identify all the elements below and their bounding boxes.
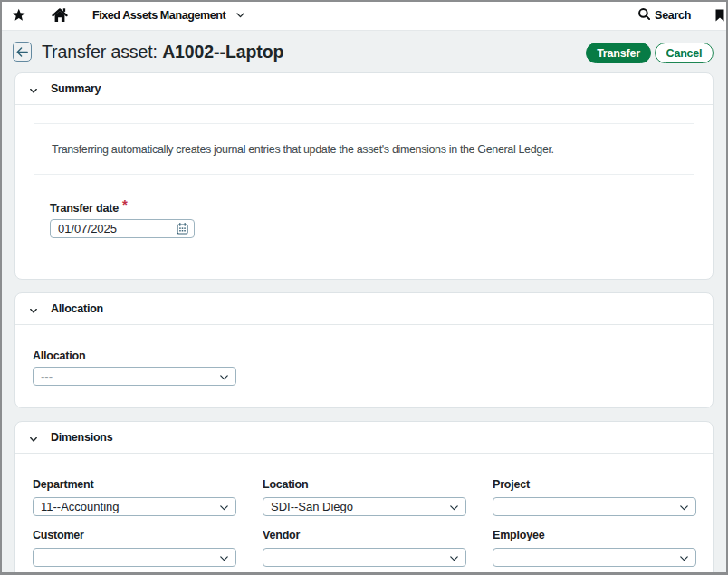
chevron-down-icon xyxy=(680,505,688,511)
app-name: Fixed Assets Management xyxy=(92,9,225,22)
chevron-down-icon xyxy=(30,429,37,446)
dimensions-grid: Department 11--Accounting Location SDI--… xyxy=(33,478,695,575)
vendor-select[interactable] xyxy=(263,548,466,567)
employee-select[interactable] xyxy=(493,548,696,567)
header-actions: Transfer Cancel xyxy=(586,43,714,63)
chevron-down-icon xyxy=(30,301,37,317)
top-navigation-bar: Fixed Assets Management Search xyxy=(2,2,726,31)
transfer-date-field: Transfer date* xyxy=(50,199,713,279)
search-button[interactable]: Search xyxy=(638,7,691,24)
back-button[interactable] xyxy=(13,42,32,62)
location-select-value: SDI--San Diego xyxy=(271,500,353,513)
window-frame: Fixed Assets Management Search Transfer … xyxy=(0,0,728,575)
chevron-down-icon xyxy=(680,556,688,561)
project-field: Project xyxy=(493,478,696,516)
dimensions-section-toggle[interactable]: Dimensions xyxy=(15,422,713,454)
transfer-date-input[interactable] xyxy=(50,219,195,238)
bookmark-icon[interactable] xyxy=(715,9,724,22)
asset-name: A1002--Laptop xyxy=(162,42,283,62)
page-title-prefix: Transfer asset: xyxy=(42,42,162,62)
transfer-button[interactable]: Transfer xyxy=(586,43,651,63)
transfer-date-label-row: Transfer date* xyxy=(50,199,713,216)
chevron-down-icon xyxy=(450,556,458,561)
chevron-down-icon xyxy=(450,505,458,511)
project-label: Project xyxy=(493,478,696,491)
employee-label: Employee xyxy=(493,529,696,541)
vendor-label: Vendor xyxy=(263,529,466,541)
allocation-select-value: --- xyxy=(41,369,53,383)
dimensions-section-title: Dimensions xyxy=(51,431,112,444)
department-select[interactable]: 11--Accounting xyxy=(33,497,236,516)
allocation-label: Allocation xyxy=(33,350,713,362)
required-marker: * xyxy=(122,196,128,212)
customer-label: Customer xyxy=(33,529,236,541)
transfer-date-label: Transfer date xyxy=(50,202,119,215)
summary-section-title: Summary xyxy=(51,82,101,95)
search-icon xyxy=(638,7,650,24)
department-field: Department 11--Accounting xyxy=(33,478,236,516)
department-label: Department xyxy=(33,478,236,491)
allocation-card: Allocation Allocation --- xyxy=(14,292,714,408)
allocation-section-toggle[interactable]: Allocation xyxy=(15,293,713,325)
home-icon[interactable] xyxy=(52,7,68,23)
chevron-down-icon xyxy=(30,81,37,97)
vendor-field: Vendor xyxy=(263,529,466,567)
location-label: Location xyxy=(263,478,466,491)
chevron-down-icon xyxy=(220,375,228,380)
page-header: Transfer asset: A1002--Laptop Transfer C… xyxy=(2,31,726,72)
location-field: Location SDI--San Diego xyxy=(263,478,466,516)
department-select-value: 11--Accounting xyxy=(41,500,119,513)
allocation-section-title: Allocation xyxy=(51,302,103,315)
customer-select[interactable] xyxy=(33,548,236,567)
search-label: Search xyxy=(655,9,691,22)
page-title: Transfer asset: A1002--Laptop xyxy=(42,42,283,62)
summary-message: Transferring automatically creates journ… xyxy=(52,143,554,156)
employee-field: Employee xyxy=(493,529,696,567)
chevron-down-icon xyxy=(236,13,244,18)
allocation-field: Allocation --- xyxy=(33,350,713,407)
summary-section-toggle[interactable]: Summary xyxy=(15,73,713,105)
summary-message-row: Transferring automatically creates journ… xyxy=(34,123,694,175)
customer-field: Customer xyxy=(33,529,236,567)
summary-card: Summary Transferring automatically creat… xyxy=(14,72,714,280)
allocation-select[interactable]: --- xyxy=(33,367,236,386)
cancel-button[interactable]: Cancel xyxy=(655,43,714,63)
favorites-star-icon[interactable] xyxy=(12,8,26,22)
location-select[interactable]: SDI--San Diego xyxy=(263,497,466,516)
project-select[interactable] xyxy=(493,497,696,516)
chevron-down-icon xyxy=(220,505,228,511)
app-switcher[interactable]: Fixed Assets Management xyxy=(92,9,244,22)
transfer-date-input-wrap xyxy=(50,219,195,238)
dimensions-card: Dimensions Department 11--Accounting Loc… xyxy=(14,421,714,575)
chevron-down-icon xyxy=(220,556,228,561)
